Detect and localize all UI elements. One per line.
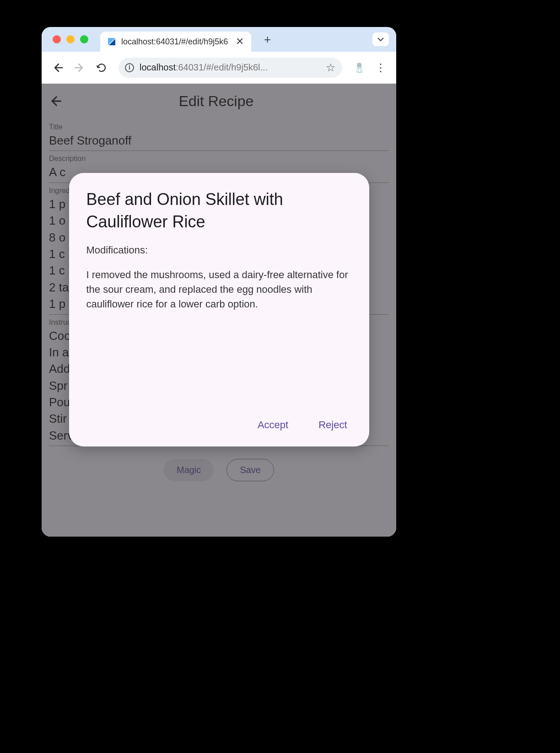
bookmark-icon[interactable]: ☆ bbox=[326, 61, 336, 74]
dialog-actions: Accept Reject bbox=[86, 408, 352, 434]
close-tab-button[interactable]: ✕ bbox=[235, 36, 245, 48]
browser-menu-button[interactable]: ⋮ bbox=[372, 61, 390, 74]
accept-button[interactable]: Accept bbox=[253, 416, 293, 434]
url-bar[interactable]: i localhost:64031/#/edit/h9j5k6l... ☆ bbox=[118, 58, 342, 78]
new-tab-button[interactable]: + bbox=[264, 32, 271, 47]
reject-button[interactable]: Reject bbox=[314, 416, 351, 434]
back-button[interactable] bbox=[48, 58, 67, 77]
tabs-dropdown-button[interactable] bbox=[372, 32, 389, 46]
suggestion-dialog: Beef and Onion Skillet with Cauliflower … bbox=[69, 173, 369, 446]
reload-button[interactable] bbox=[92, 58, 111, 77]
minimize-window-button[interactable] bbox=[66, 35, 75, 43]
tab-title: localhost:64031/#/edit/h9j5k6 bbox=[121, 37, 230, 47]
url-text: localhost:64031/#/edit/h9j5k6l... bbox=[140, 62, 320, 73]
close-window-button[interactable] bbox=[53, 35, 61, 43]
forward-button[interactable] bbox=[70, 58, 89, 77]
tab-favicon bbox=[107, 37, 117, 47]
app-content: Edit Recipe Title Beef Stroganoff Descri… bbox=[42, 84, 396, 537]
url-toolbar: i localhost:64031/#/edit/h9j5k6l... ☆ 🧂 … bbox=[42, 52, 396, 84]
tab-bar: localhost:64031/#/edit/h9j5k6 ✕ + bbox=[42, 27, 396, 52]
modifications-text: I removed the mushrooms, used a dairy-fr… bbox=[86, 269, 348, 310]
browser-window: localhost:64031/#/edit/h9j5k6 ✕ + i loca… bbox=[42, 27, 396, 537]
maximize-window-button[interactable] bbox=[80, 35, 88, 43]
extension-icon[interactable]: 🧂 bbox=[353, 62, 365, 74]
modifications-label: Modifications: bbox=[86, 243, 352, 258]
dialog-body: Modifications: I removed the mushrooms, … bbox=[86, 243, 352, 408]
site-info-icon[interactable]: i bbox=[125, 63, 134, 72]
browser-tab[interactable]: localhost:64031/#/edit/h9j5k6 ✕ bbox=[100, 32, 251, 52]
window-controls bbox=[53, 35, 88, 43]
dialog-title: Beef and Onion Skillet with Cauliflower … bbox=[86, 188, 352, 233]
